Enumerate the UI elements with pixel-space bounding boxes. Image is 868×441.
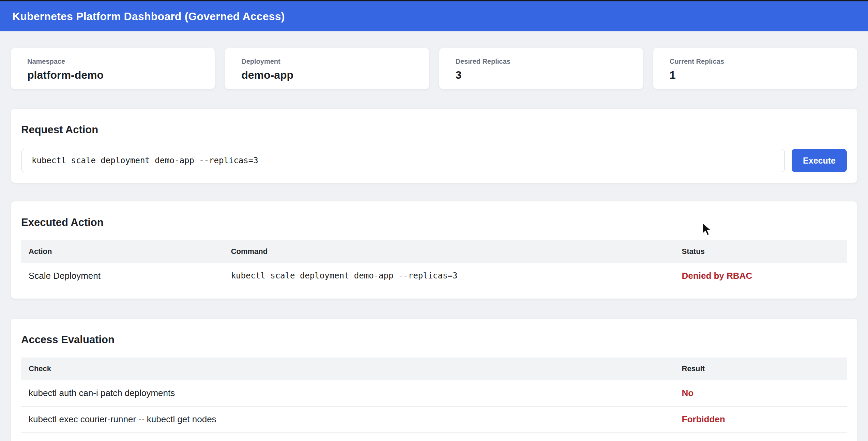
request-action-card: Request Action Execute [11,108,857,183]
cell-check-exec-courier-runner: kubectl exec courier-runner -- kubectl g… [21,406,674,432]
cell-result-forbidden: Forbidden [674,406,847,432]
stat-value-desired-replicas: 3 [456,69,627,81]
cell-action: Scale Deployment [21,263,224,289]
stat-label-deployment: Deployment [241,58,412,65]
cell-check-auth-can-i: kubectl auth can-i patch deployments [21,380,674,406]
stats-row: Namespace platform-demo Deployment demo-… [11,48,857,89]
command-input[interactable] [21,149,785,172]
stat-card-current-replicas: Current Replicas 1 [653,48,857,89]
table-row: kubectl auth can-i patch deployments No [21,380,847,406]
stat-value-namespace: platform-demo [27,69,198,81]
request-action-heading: Request Action [21,124,847,136]
stat-value-current-replicas: 1 [670,69,841,81]
stat-value-deployment: demo-app [241,69,412,81]
stat-card-desired-replicas: Desired Replicas 3 [439,48,643,89]
cell-status-denied: Denied by RBAC [674,263,847,289]
column-header-result: Result [674,358,847,380]
stat-card-deployment: Deployment demo-app [225,48,429,89]
request-action-row: Execute [21,149,847,172]
column-header-command: Command [224,240,674,263]
execute-button[interactable]: Execute [792,149,847,172]
access-evaluation-card: Access Evaluation Check Result kubectl a… [11,318,857,441]
executed-action-card: Executed Action Action Command Status Sc… [11,201,857,299]
stat-label-namespace: Namespace [27,58,198,65]
cell-command: kubectl scale deployment demo-app --repl… [224,263,674,289]
page-title: Kubernetes Platform Dashboard (Governed … [12,10,285,23]
table-row: Scale Deployment kubectl scale deploymen… [21,263,847,289]
column-header-action: Action [21,240,224,263]
app-header: Kubernetes Platform Dashboard (Governed … [0,1,868,31]
stat-label-desired-replicas: Desired Replicas [456,58,627,65]
column-header-check: Check [21,358,674,380]
stat-card-namespace: Namespace platform-demo [11,48,215,89]
access-evaluation-header-row: Check Result [21,358,847,380]
access-evaluation-heading: Access Evaluation [21,334,847,346]
access-evaluation-table: Check Result kubectl auth can-i patch de… [21,358,847,433]
executed-action-table: Action Command Status Scale Deployment k… [21,240,847,289]
executed-action-header-row: Action Command Status [21,240,847,263]
page-body: Namespace platform-demo Deployment demo-… [0,48,868,441]
cell-result-no: No [674,380,847,406]
table-row: kubectl exec courier-runner -- kubectl g… [21,406,847,432]
column-header-status: Status [674,240,847,263]
executed-action-heading: Executed Action [21,216,847,229]
stat-label-current-replicas: Current Replicas [670,58,841,65]
